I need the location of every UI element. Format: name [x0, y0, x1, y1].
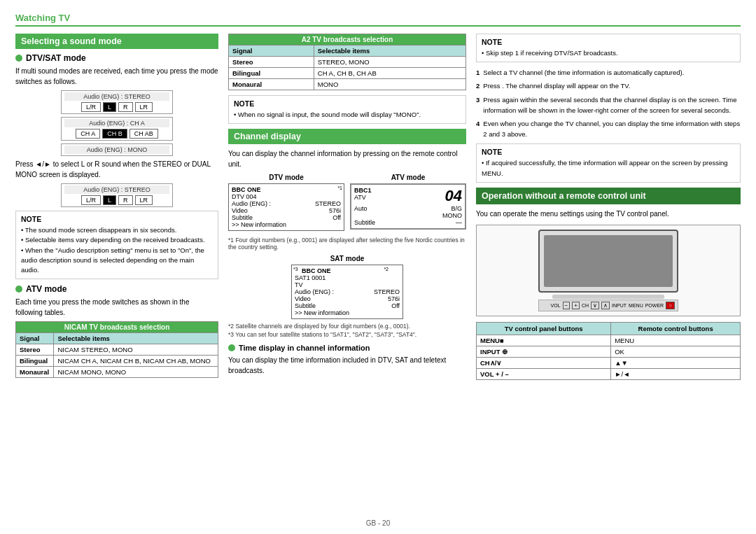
dtv-audio-row: Audio (ENG) : STEREO: [232, 200, 341, 207]
atv-bg: B/G: [451, 205, 462, 212]
a2-row-bilingual: Bilingual CH A, CH B, CH AB: [229, 68, 466, 79]
atv-mode-title: ATV mode: [15, 284, 218, 294]
audio-btn-l2[interactable]: L: [103, 195, 116, 205]
time-display-description: You can display the time information inc…: [228, 355, 466, 376]
atv-subtitle-val: —: [456, 219, 462, 226]
nicam-table: NICAM TV broadcasts selection Signal Sel…: [15, 321, 218, 378]
operation-section-header: Operation without a remote control unit: [476, 188, 741, 204]
selecting-sound-section-header: Selecting a sound mode: [15, 34, 218, 49]
audio-buttons-1: L/R L R LR: [64, 102, 169, 112]
note-title-4: NOTE: [482, 148, 735, 156]
audio-btn-chb[interactable]: CH B: [102, 129, 127, 139]
audio-btn-lr3[interactable]: L/R: [81, 195, 101, 205]
atv-mono: MONO: [442, 212, 462, 219]
main-layout: Selecting a sound mode DTV/SAT mode If m…: [15, 34, 741, 523]
remote-ok: OK: [611, 346, 741, 357]
audio-btn-lr2[interactable]: LR: [135, 102, 153, 112]
audio-btn-chab[interactable]: CH AB: [130, 129, 158, 139]
tv-stand: [552, 295, 664, 299]
note-box-3: NOTE • Skip step 1 if receiving DTV/SAT …: [476, 34, 741, 62]
nicam-items-bilingual: NICAM CH A, NICAM CH B, NICAM CH AB, MON…: [54, 356, 218, 367]
atv-mono-row: MONO: [354, 212, 462, 219]
nicam-signal-monaural: Monaural: [16, 367, 54, 378]
tv-minus-btn[interactable]: −: [563, 302, 570, 309]
atv-mode-box: ATV mode BBC1 ATV 04 Auto B/G: [350, 174, 466, 231]
step-text-3: Press again within the several seconds t…: [483, 94, 741, 115]
step-4: 4 Even when you change the TV channel, y…: [476, 118, 741, 139]
dtv-mode-title: DTV mode: [228, 174, 344, 181]
note-item-3-0: • Skip step 1 if receiving DTV/SAT broad…: [482, 48, 735, 58]
audio-btn-lr4[interactable]: LR: [135, 195, 153, 205]
tv-menu-label: MENU: [629, 303, 643, 308]
dtv-subtitle-val: Off: [332, 214, 341, 221]
sat-line3: TV: [295, 281, 400, 288]
nicam-table-caption: NICAM TV broadcasts selection: [16, 322, 218, 333]
tv-power-btn[interactable]: ○: [666, 302, 675, 309]
a2-row-monaural: Monaural MONO: [229, 79, 466, 90]
time-display-title: Time display in channel information: [228, 344, 466, 352]
nicam-items-stereo: NICAM STEREO, MONO: [54, 344, 218, 356]
dtv-audio-label: Audio (ENG) :: [232, 200, 271, 207]
sat-screen: *3 *2 BBC ONE SAT1 0001 TV Audio (ENG) :…: [291, 265, 403, 319]
dtv-line1: BBC ONE: [232, 186, 341, 193]
tv-plus-btn[interactable]: +: [572, 302, 580, 309]
step-1: 1 Select a TV channel (the time informat…: [476, 67, 741, 78]
left-column: Selecting a sound mode DTV/SAT mode If m…: [15, 34, 218, 523]
a2-col-selectable: Selectable items: [314, 45, 465, 57]
atv-screen: BBC1 ATV 04 Auto B/G MONO: [350, 183, 466, 230]
audio-btn-l[interactable]: L: [103, 102, 116, 112]
tv-ch-label: CH: [582, 303, 589, 308]
nicam-items-monaural: NICAM MONO, MONO: [54, 367, 218, 378]
footnote2: *2 Satellite channels are displayed by f…: [228, 323, 466, 330]
panel-ch: CH∧/∨: [477, 357, 611, 368]
step-2: 2 Press . The channel display will appea…: [476, 80, 741, 91]
sat-new-info: >> New information: [295, 309, 400, 316]
control-row-vol: VOL + / – ►/◄: [477, 368, 741, 379]
audio-btn-r[interactable]: R: [118, 102, 133, 112]
audio-box-cha: Audio (ENG) : CH A CH A CH B CH AB: [61, 117, 173, 141]
dtv-line2: DTV 004: [232, 193, 341, 200]
nicam-row-stereo: Stereo NICAM STEREO, MONO: [16, 344, 218, 356]
footnote1: *1 Four digit numbers (e.g., 0001) are d…: [228, 237, 466, 251]
page-number: GB - 20: [366, 519, 390, 527]
footnote3: *3 You can set four satellite stations t…: [228, 331, 466, 338]
sat-mode-box: SAT mode *3 *2 BBC ONE SAT1 0001 TV Audi…: [228, 255, 466, 319]
middle-column: A2 TV broadcasts selection Signal Select…: [228, 34, 466, 523]
panel-menu: MENU■: [477, 335, 611, 346]
sat-video-label: Video: [295, 295, 311, 302]
tv-power-label: POWER: [645, 303, 664, 308]
sat-subtitle-label: Subtitle: [295, 302, 316, 309]
audio-btn-lr[interactable]: L/R: [81, 102, 101, 112]
note-title-3: NOTE: [482, 38, 735, 46]
a2-signal-monaural: Monaural: [229, 79, 314, 90]
sat-sup3: *3: [293, 267, 298, 272]
press-text: Press ◄/► to select L or R sound when th…: [15, 159, 218, 180]
sat-audio-row: Audio (ENG) : STEREO: [295, 288, 400, 295]
atv-big-num: 04: [445, 187, 462, 205]
audio-box-stereo2: Audio (ENG) : STEREO L/R L R LR: [61, 183, 173, 207]
tv-control-bar: VOL − + CH ∨ ∧ INPUT MENU POWER ○: [538, 300, 678, 311]
a2-table-caption: A2 TV broadcasts selection: [229, 34, 466, 45]
a2-table: A2 TV broadcasts selection Signal Select…: [228, 34, 466, 90]
note-box-2: NOTE • When no signal is input, the soun…: [228, 95, 466, 124]
control-row-menu: MENU■ MENU: [477, 335, 741, 346]
atv-auto: Auto: [354, 205, 368, 212]
a2-signal-stereo: Stereo: [229, 57, 314, 68]
note-item-4-0: • If acquired successfully, the time inf…: [482, 158, 735, 178]
note-box-4: NOTE • If acquired successfully, the tim…: [476, 143, 741, 183]
atv-subtitle-row: Subtitle —: [354, 219, 462, 226]
audio-label-2: Audio (ENG) : CH A: [64, 119, 169, 127]
nicam-row-bilingual: Bilingual NICAM CH A, NICAM CH B, NICAM …: [16, 356, 218, 367]
tv-ch-up-btn[interactable]: ∧: [601, 302, 610, 309]
dtv-video-label: Video: [232, 207, 248, 214]
nicam-col-signal: Signal: [16, 333, 54, 344]
audio-btn-r2[interactable]: R: [118, 195, 133, 205]
a2-items-monaural: MONO: [314, 79, 465, 90]
step-num-4: 4: [476, 118, 479, 139]
step-text-2: Press . The channel display will appear …: [483, 80, 630, 91]
dtv-subtitle-row: Subtitle Off: [232, 214, 341, 221]
nicam-signal-stereo: Stereo: [16, 344, 54, 356]
audio-btn-cha[interactable]: CH A: [76, 129, 100, 139]
header-bar: Watching TV: [15, 13, 741, 27]
tv-ch-down-btn[interactable]: ∨: [591, 302, 599, 309]
